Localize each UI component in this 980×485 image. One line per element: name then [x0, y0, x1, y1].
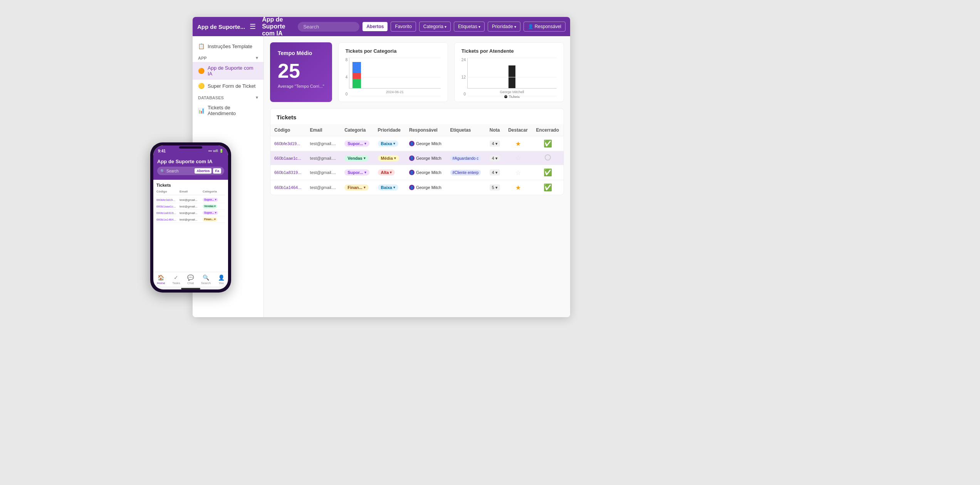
- search-icon: 🔍: [160, 169, 165, 173]
- chart-x-label: 2024-06-21: [349, 90, 441, 94]
- prioridade-button[interactable]: Prioridade ▾: [488, 22, 520, 32]
- sidebar-item-label: Super Form de Ticket: [208, 83, 255, 89]
- cell-etiquetas: [446, 136, 486, 151]
- template-icon: 📋: [198, 43, 205, 49]
- cell-etiquetas: [446, 180, 486, 195]
- stats-row: Tempo Médio 25 Average "Tempo Corri..." …: [270, 42, 564, 102]
- mobile-col-email: Email: [180, 190, 202, 193]
- cell-nota[interactable]: 4 ▾: [486, 151, 504, 165]
- mobile-col-codigo: Código: [156, 190, 179, 193]
- search-input[interactable]: [298, 22, 359, 32]
- col-email: Email: [306, 124, 341, 136]
- cell-categoria[interactable]: Supor... ▾: [341, 136, 374, 151]
- chevron-down-icon: ▾: [256, 95, 258, 100]
- mobile-list-item[interactable]: 660b1a1464... test@gmail... Finan... ▾: [156, 216, 225, 223]
- cell-categoria[interactable]: Supor... ▾: [341, 165, 374, 180]
- favorito-button[interactable]: Favorito: [391, 22, 416, 32]
- cell-responsavel: 👤George Mitch: [405, 165, 446, 180]
- cell-categoria[interactable]: Vendas ▾: [341, 151, 374, 165]
- mobile-time: 9:41: [158, 149, 166, 153]
- user-icon: 👤: [528, 24, 534, 29]
- cell-encerrado[interactable]: [532, 151, 564, 165]
- app-icon: 🟠: [198, 68, 205, 74]
- tickets-table: Código Email Categoria Prioridade Respon…: [270, 124, 564, 195]
- mobile-col-categoria: Categoria: [203, 190, 225, 193]
- home-icon: 🏠: [158, 274, 164, 281]
- cell-nota[interactable]: 4 ▾: [486, 136, 504, 151]
- abertos-button[interactable]: Abertos: [362, 22, 388, 31]
- mobile-nav-chat[interactable]: 💬 Chat: [187, 274, 194, 285]
- sidebar-item-app-suporte[interactable]: 🟠 App de Suporte com IA: [193, 62, 263, 80]
- sidebar-item-tickets[interactable]: 📊 Tickets de Atendimento: [193, 102, 263, 119]
- signal-icon: ▪▪▪: [208, 149, 212, 153]
- hamburger-icon[interactable]: ☰: [250, 22, 256, 31]
- categoria-button[interactable]: Categoria ▾: [419, 22, 451, 32]
- cell-destacar[interactable]: ★: [504, 180, 532, 195]
- mobile-home-indicator: [181, 288, 200, 289]
- desktop-app: App de Suporte... ☰ App de Suporte com I…: [193, 17, 570, 317]
- responsavel-button[interactable]: 👤 Responsável: [524, 22, 566, 32]
- mobile-abertos-btn[interactable]: Abertos: [195, 168, 211, 174]
- cell-responsavel: 👤George Mitch: [405, 151, 446, 165]
- col-prioridade: Prioridade: [374, 124, 405, 136]
- cell-destacar[interactable]: ☆: [504, 151, 532, 165]
- cell-email: test@gmail....: [306, 180, 341, 195]
- search-icon: 🔍: [203, 274, 209, 281]
- cell-prioridade[interactable]: Alta ▾: [374, 165, 405, 180]
- cell-destacar[interactable]: ★: [504, 136, 532, 151]
- topbar-full-title: App de Suporte com IA: [262, 17, 295, 37]
- mobile-list-item[interactable]: 660b1aae1c... test@gmail... Vendas ▾: [156, 203, 225, 210]
- cell-prioridade[interactable]: Baixa ▾: [374, 180, 405, 195]
- mobile-fa-btn[interactable]: Fa: [213, 168, 221, 174]
- cell-encerrado[interactable]: ✅: [532, 136, 564, 151]
- etiquetas-button[interactable]: Etiquetas ▾: [454, 22, 485, 32]
- mobile-nav-you[interactable]: 👤 You: [218, 274, 225, 285]
- cell-email: test@gmail....: [306, 136, 341, 151]
- mobile-screen: 9:41 ▪▪▪ wifi 🔋 App de Suporte com IA 🔍 …: [153, 146, 228, 289]
- mobile-list-item[interactable]: 660b1a8319... test@gmail... Supor... ▾: [156, 210, 225, 216]
- cell-categoria[interactable]: Finan... ▾: [341, 180, 374, 195]
- profile-icon: 👤: [218, 274, 225, 281]
- topbar-short-title: App de Suporte...: [197, 23, 245, 30]
- sidebar-item-superform[interactable]: 🟡 Super Form de Ticket: [193, 80, 263, 92]
- sidebar-item-label: App de Suporte com IA: [208, 65, 258, 77]
- content-area: 📋 Instruções Template App ▾ 🟠 App de Sup…: [193, 36, 570, 317]
- chart-atendente-card: Tickets por Atendente 24 12 0: [454, 42, 564, 102]
- col-encerrado: Encerrado: [532, 124, 564, 136]
- cell-destacar[interactable]: ☆: [504, 165, 532, 180]
- cell-codigo: 660b1a1464...: [270, 180, 306, 195]
- cell-encerrado[interactable]: ✅: [532, 165, 564, 180]
- mobile-nav-tasks[interactable]: ✓ Tasks: [172, 274, 180, 285]
- mobile-searchbar[interactable]: 🔍 Search Abertos Fa: [157, 167, 224, 175]
- mobile-search-text: Search: [166, 169, 193, 173]
- chart-categoria-card: Tickets por Categoria 8 4 0: [338, 42, 448, 102]
- mobile-nav-search[interactable]: 🔍 Search: [201, 274, 211, 285]
- main-panel: Tempo Médio 25 Average "Tempo Corri..." …: [264, 36, 570, 317]
- sidebar-item-instrucoes[interactable]: 📋 Instruções Template: [193, 40, 263, 52]
- mobile-nav-home[interactable]: 🏠 Home: [157, 274, 165, 285]
- mobile-list-item[interactable]: 660bfe3d19... test@gmail... Supor... ▾: [156, 197, 225, 203]
- cell-nota[interactable]: 4 ▾: [486, 165, 504, 180]
- table-row: 660b1a1464... test@gmail.... Finan... ▾ …: [270, 180, 564, 195]
- mobile-content: Tickets Código Email Categoria 660bfe3d1…: [153, 180, 228, 272]
- chevron-down-icon: ▾: [478, 25, 480, 29]
- chart-categoria-title: Tickets por Categoria: [346, 48, 441, 54]
- col-nota: Nota: [486, 124, 504, 136]
- cell-responsavel: 👤George Mitch: [405, 136, 446, 151]
- legend-label: Tickets: [509, 95, 520, 99]
- topbar: App de Suporte... ☰ App de Suporte com I…: [193, 17, 570, 36]
- mobile-status-icons: ▪▪▪ wifi 🔋: [208, 149, 223, 153]
- cell-prioridade[interactable]: Média ▾: [374, 151, 405, 165]
- sidebar-section-app: App ▾: [193, 52, 263, 62]
- chevron-down-icon: ▾: [445, 25, 446, 29]
- cell-nota[interactable]: 5 ▾: [486, 180, 504, 195]
- sidebar-section-databases: Databases ▾: [193, 92, 263, 102]
- tickets-section-title: Tickets: [270, 109, 564, 124]
- table-header-row: Código Email Categoria Prioridade Respon…: [270, 124, 564, 136]
- cell-encerrado[interactable]: ✅: [532, 180, 564, 195]
- tempo-card-title: Tempo Médio: [278, 50, 312, 56]
- cell-codigo: 660b1aae1c...: [270, 151, 306, 165]
- cell-etiquetas: #Cliente enterp: [446, 165, 486, 180]
- cell-prioridade[interactable]: Baixa ▾: [374, 136, 405, 151]
- mobile-topbar: App de Suporte com IA 🔍 Search Abertos F…: [153, 156, 228, 180]
